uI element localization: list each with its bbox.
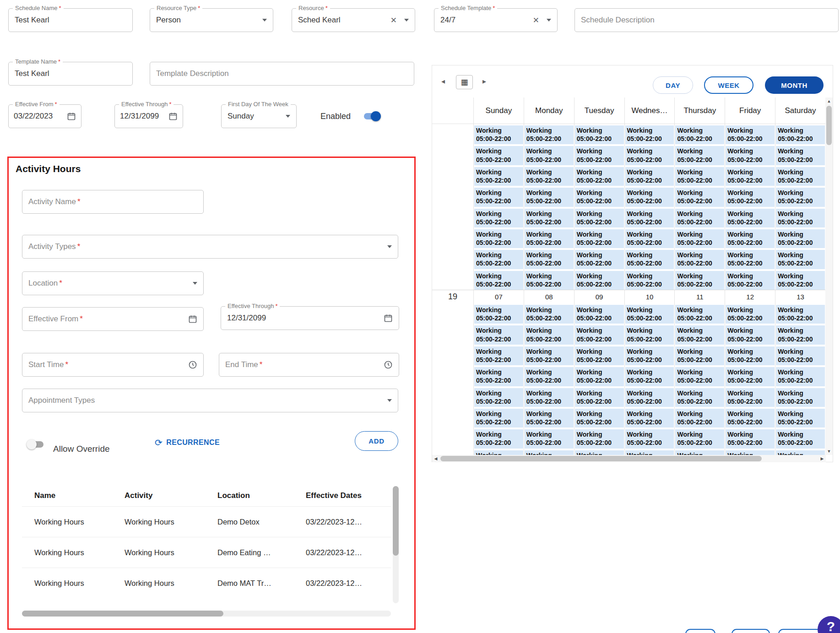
scrollbar-thumb[interactable] [826, 106, 832, 145]
calendar-event[interactable]: Working05:00-22:00 [625, 125, 674, 144]
month-view-button[interactable]: MONTH [765, 76, 824, 94]
calendar-event[interactable]: Working05:00-22:00 [525, 305, 574, 324]
calendar-event[interactable]: Working05:00-22:00 [726, 388, 775, 407]
calendar-event[interactable]: Working05:00-22:00 [575, 388, 624, 407]
resource-type-field[interactable]: Resource Type* Person [150, 8, 273, 32]
calendar-event[interactable]: Working05:00-22:00 [726, 429, 775, 448]
calendar-event[interactable]: Working05:00-22:00 [474, 250, 523, 269]
clock-icon[interactable] [384, 360, 393, 369]
activity-types-field[interactable]: Activity Types* [22, 235, 398, 259]
calendar-event[interactable]: Working05:00-22:00 [474, 125, 523, 144]
calendar-event[interactable]: Working05:00-22:00 [776, 146, 825, 165]
first-day-of-week-field[interactable]: First Day Of The Week Sunday [221, 104, 297, 128]
calendar-event[interactable]: Working05:00-22:00 [776, 429, 825, 448]
calendar-event[interactable]: Working05:00-22:00 [625, 409, 674, 427]
calendar-next-icon[interactable]: ▸ [482, 78, 486, 85]
activity-effective-through-field[interactable]: Effective Through* 12/31/2099 [221, 306, 399, 330]
calendar-event[interactable]: Working05:00-22:00 [776, 209, 825, 227]
resource-field[interactable]: Resource* Sched Kearl ✕ [292, 8, 415, 32]
recurrence-link[interactable]: ⟳ RECURRENCE [155, 437, 220, 448]
calendar-event[interactable]: Working05:00-22:00 [625, 146, 674, 165]
calendar-event[interactable]: Working05:00-22:00 [575, 209, 624, 227]
schedule-template-field[interactable]: Schedule Template* 24/7 ✕ [434, 8, 558, 32]
calendar-event[interactable]: Working05:00-22:00 [474, 167, 523, 186]
calendar-event[interactable]: Working05:00-22:00 [726, 250, 775, 269]
calendar-event[interactable]: Working05:00-22:00 [726, 346, 775, 365]
calendar-event[interactable]: Working05:00-22:00 [525, 388, 574, 407]
calendar-event[interactable]: Working05:00-22:00 [726, 209, 775, 227]
calendar-event[interactable]: Working05:00-22:00 [675, 250, 724, 269]
calendar-event[interactable]: Working05:00-22:00 [625, 367, 674, 386]
template-name-field[interactable]: Template Name* Test Kearl [8, 62, 133, 86]
template-description-field[interactable]: Template Description [150, 62, 414, 86]
calendar-event[interactable]: Working05:00-22:00 [625, 325, 674, 344]
calendar-event[interactable]: Working05:00-22:00 [726, 229, 775, 248]
calendar-event[interactable]: Working05:00-22:00 [474, 188, 523, 206]
calendar-event[interactable]: Working05:00-22:00 [575, 450, 624, 455]
calendar-event[interactable]: Working05:00-22:00 [474, 271, 523, 290]
activity-table-horizontal-scrollbar[interactable] [22, 611, 391, 617]
calendar-event[interactable]: Working05:00-22:00 [675, 305, 724, 324]
calendar-event[interactable]: Working05:00-22:00 [726, 305, 775, 324]
calendar-date[interactable]: 07 [473, 290, 524, 303]
calendar-event[interactable]: Working05:00-22:00 [776, 271, 825, 290]
chevron-down-icon[interactable] [404, 19, 409, 22]
schedule-name-field[interactable]: Schedule Name* Test Kearl [8, 8, 133, 32]
calendar-event[interactable]: Working05:00-22:00 [575, 409, 624, 427]
scroll-left-icon[interactable]: ◀ [432, 455, 439, 462]
calendar-event[interactable]: Working05:00-22:00 [625, 429, 674, 448]
scroll-right-icon[interactable]: ▶ [818, 455, 826, 462]
calendar-event[interactable]: Working05:00-22:00 [575, 325, 624, 344]
calendar-event[interactable]: Working05:00-22:00 [625, 450, 674, 455]
table-row[interactable]: Working HoursWorking HoursDemo Detox03/2… [22, 506, 391, 537]
calendar-vertical-scrollbar[interactable]: ▲ ▼ [825, 97, 833, 455]
help-button[interactable]: ? [818, 616, 840, 633]
calendar-event[interactable]: Working05:00-22:00 [525, 325, 574, 344]
allow-override-toggle[interactable] [27, 439, 45, 449]
end-time-field[interactable]: End Time* [219, 353, 399, 377]
chevron-down-icon[interactable] [387, 245, 392, 248]
calendar-event[interactable]: Working05:00-22:00 [776, 188, 825, 206]
calendar-event[interactable]: Working05:00-22:00 [726, 188, 775, 206]
calendar-event[interactable]: Working05:00-22:00 [776, 250, 825, 269]
calendar-event[interactable]: Working05:00-22:00 [474, 409, 523, 427]
calendar-grid-button[interactable]: ▦ [456, 75, 473, 89]
calendar-event[interactable]: Working05:00-22:00 [575, 229, 624, 248]
calendar-event[interactable]: Working05:00-22:00 [525, 146, 574, 165]
activity-effective-from-field[interactable]: Effective From* [22, 307, 204, 331]
week-view-button[interactable]: WEEK [704, 76, 753, 94]
enabled-toggle[interactable] [363, 111, 381, 121]
calendar-event[interactable]: Working05:00-22:00 [675, 146, 724, 165]
calendar-event[interactable]: Working05:00-22:00 [675, 346, 724, 365]
calendar-event[interactable]: Working05:00-22:00 [575, 271, 624, 290]
calendar-event[interactable]: Working05:00-22:00 [575, 429, 624, 448]
calendar-event[interactable]: Working05:00-22:00 [776, 229, 825, 248]
calendar-event[interactable]: Working05:00-22:00 [726, 125, 775, 144]
calendar-event[interactable]: Working05:00-22:00 [776, 388, 825, 407]
calendar-event[interactable]: Working05:00-22:00 [776, 367, 825, 386]
calendar-event[interactable]: Working05:00-22:00 [575, 305, 624, 324]
partial-button-1[interactable] [685, 629, 715, 633]
partial-button-2[interactable] [732, 629, 770, 633]
calendar-event[interactable]: Working05:00-22:00 [525, 346, 574, 365]
calendar-event[interactable]: Working05:00-22:00 [675, 450, 724, 455]
calendar-event[interactable]: Working05:00-22:00 [474, 367, 523, 386]
calendar-event[interactable]: Working05:00-22:00 [675, 209, 724, 227]
calendar-event[interactable]: Working05:00-22:00 [474, 209, 523, 227]
calendar-event[interactable]: Working05:00-22:00 [525, 409, 574, 427]
appointment-types-field[interactable]: Appointment Types [22, 389, 398, 412]
calendar-event[interactable]: Working05:00-22:00 [625, 209, 674, 227]
calendar-event[interactable]: Working05:00-22:00 [575, 346, 624, 365]
clear-icon[interactable]: ✕ [390, 16, 397, 24]
table-row[interactable]: Working HoursWorking HoursDemo Eating …0… [22, 537, 391, 568]
calendar-event[interactable]: Working05:00-22:00 [525, 429, 574, 448]
calendar-event[interactable]: Working05:00-22:00 [474, 146, 523, 165]
chevron-down-icon[interactable] [286, 115, 290, 118]
calendar-event[interactable]: Working05:00-22:00 [726, 325, 775, 344]
calendar-event[interactable]: Working05:00-22:00 [474, 305, 523, 324]
add-button[interactable]: ADD [355, 431, 398, 451]
schedule-description-field[interactable]: Schedule Description [574, 8, 839, 32]
calendar-event[interactable]: Working05:00-22:00 [474, 229, 523, 248]
calendar-event[interactable]: Working05:00-22:00 [675, 188, 724, 206]
calendar-event[interactable]: Working05:00-22:00 [625, 229, 674, 248]
